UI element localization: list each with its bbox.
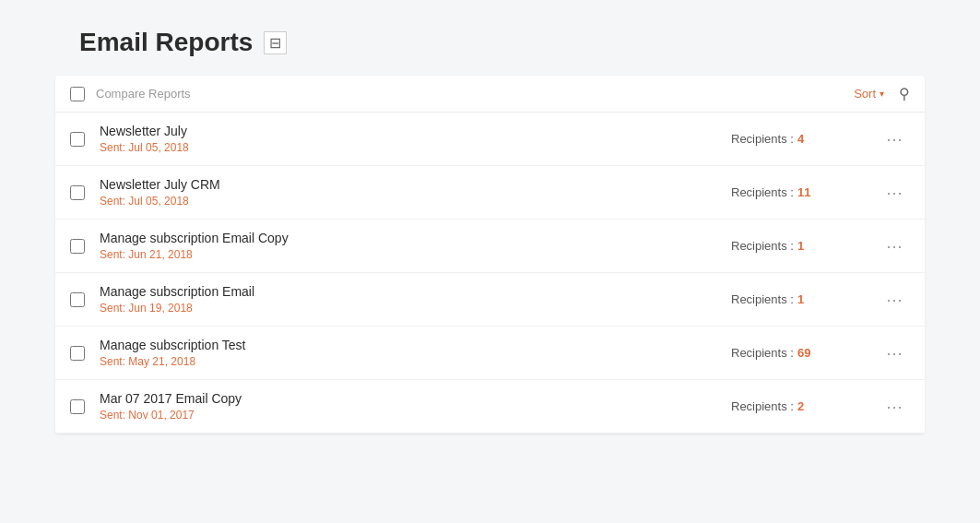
sort-button[interactable]: Sort ▾ — [854, 87, 884, 101]
table-row: Newsletter July CRM Sent: Jul 05, 2018 R… — [55, 166, 925, 220]
report-sent: Sent: Jun 19, 2018 — [100, 302, 731, 315]
sort-label: Sort — [854, 87, 876, 101]
recipients-label: Recipients : — [731, 346, 794, 360]
page-header: Email Reports ⊟ — [0, 18, 980, 76]
table-row: Newsletter July Sent: Jul 05, 2018 Recip… — [55, 113, 925, 166]
recipients-label: Recipients : — [731, 239, 794, 253]
row-checkbox[interactable] — [70, 239, 85, 254]
report-info: Manage subscription Email Copy Sent: Jun… — [100, 231, 731, 261]
recipients: Recipients : 4 — [731, 132, 879, 146]
table-row: Manage subscription Test Sent: May 21, 2… — [55, 327, 925, 380]
more-options-button[interactable]: ⋯ — [879, 181, 910, 205]
report-name: Newsletter July — [100, 124, 731, 138]
page-title: Email Reports — [79, 28, 253, 57]
report-sent: Sent: Nov 01, 2017 — [100, 409, 731, 422]
recipients: Recipients : 69 — [731, 346, 879, 360]
toolbar-actions: Sort ▾ ⚲ — [854, 85, 910, 102]
report-info: Newsletter July CRM Sent: Jul 05, 2018 — [100, 177, 731, 208]
report-sent: Sent: May 21, 2018 — [100, 355, 731, 368]
more-options-button[interactable]: ⋯ — [879, 234, 910, 258]
recipients: Recipients : 1 — [731, 239, 879, 253]
row-checkbox[interactable] — [70, 185, 85, 200]
more-options-button[interactable]: ⋯ — [879, 288, 910, 312]
report-name: Manage subscription Test — [100, 338, 731, 352]
more-options-button[interactable]: ⋯ — [879, 395, 910, 419]
more-options-button[interactable]: ⋯ — [879, 127, 910, 151]
search-button[interactable]: ⚲ — [899, 85, 910, 102]
report-name: Manage subscription Email Copy — [100, 231, 731, 245]
recipients-count: 1 — [797, 239, 804, 253]
recipients-label: Recipients : — [731, 399, 794, 413]
reports-table: Compare Reports Sort ▾ ⚲ Newsletter July… — [55, 76, 925, 434]
report-sent: Sent: Jun 21, 2018 — [100, 248, 731, 261]
recipients: Recipients : 11 — [731, 185, 879, 199]
recipients-count: 69 — [797, 346, 810, 360]
report-info: Manage subscription Email Sent: Jun 19, … — [100, 284, 731, 315]
row-checkbox[interactable] — [70, 399, 85, 414]
page-wrapper: Email Reports ⊟ Compare Reports Sort ▾ ⚲… — [0, 0, 980, 523]
recipients-count: 11 — [797, 185, 810, 199]
toolbar: Compare Reports Sort ▾ ⚲ — [55, 76, 925, 113]
row-checkbox[interactable] — [70, 346, 85, 361]
recipients: Recipients : 1 — [731, 292, 879, 306]
row-checkbox[interactable] — [70, 292, 85, 307]
recipients-count: 1 — [797, 292, 804, 306]
reports-list: Newsletter July Sent: Jul 05, 2018 Recip… — [55, 113, 925, 434]
report-info: Manage subscription Test Sent: May 21, 2… — [100, 338, 731, 368]
report-sent: Sent: Jul 05, 2018 — [100, 141, 731, 154]
recipients-label: Recipients : — [731, 185, 794, 199]
select-all-checkbox[interactable] — [70, 87, 85, 101]
more-options-button[interactable]: ⋯ — [879, 341, 910, 365]
report-info: Newsletter July Sent: Jul 05, 2018 — [100, 124, 731, 154]
recipients: Recipients : 2 — [731, 399, 879, 413]
row-checkbox[interactable] — [70, 132, 85, 147]
recipients-label: Recipients : — [731, 132, 794, 146]
search-icon: ⚲ — [899, 86, 910, 101]
table-row: Manage subscription Email Sent: Jun 19, … — [55, 273, 925, 327]
report-sent: Sent: Jul 05, 2018 — [100, 195, 731, 208]
table-row: Manage subscription Email Copy Sent: Jun… — [55, 220, 925, 273]
recipients-count: 2 — [797, 399, 804, 413]
report-name: Mar 07 2017 Email Copy — [100, 391, 731, 406]
report-info: Mar 07 2017 Email Copy Sent: Nov 01, 201… — [100, 391, 731, 422]
export-icon[interactable]: ⊟ — [264, 31, 287, 54]
table-row: Mar 07 2017 Email Copy Sent: Nov 01, 201… — [55, 380, 925, 434]
report-name: Manage subscription Email — [100, 284, 731, 299]
recipients-label: Recipients : — [731, 292, 794, 306]
sort-chevron-icon: ▾ — [880, 89, 884, 99]
report-name: Newsletter July CRM — [100, 177, 731, 192]
compare-label: Compare Reports — [96, 87, 191, 101]
recipients-count: 4 — [797, 132, 804, 146]
